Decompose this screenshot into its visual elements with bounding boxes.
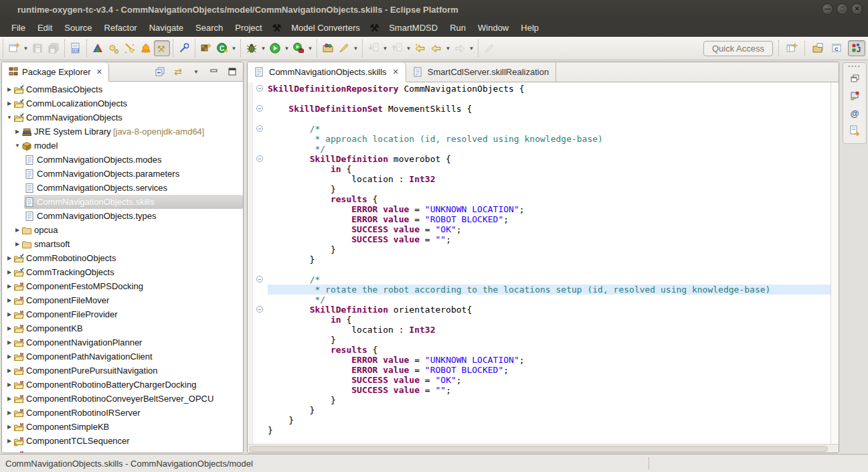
collapsed-arrow-icon[interactable]: ▶ (5, 269, 13, 275)
tree-item-commrobotinoobjects[interactable]: ▶CommRobotinoObjects (2, 251, 243, 265)
menu-refactor[interactable]: Refactor (98, 20, 143, 35)
collapsed-arrow-icon[interactable]: ▶ (13, 241, 21, 247)
tree-item-componentrobotinoirserver[interactable]: ▶MComponentRobotinoIRServer (2, 406, 243, 420)
build-tools-button[interactable]: ⚒ (154, 40, 170, 56)
menu-run[interactable]: Run (444, 20, 472, 35)
open-perspective-button[interactable] (783, 40, 800, 56)
collapsed-arrow-icon[interactable]: ▶ (13, 129, 21, 135)
tree-item-opcua[interactable]: ▶opcua (2, 223, 243, 237)
code-line[interactable]: in { (248, 315, 831, 325)
collapsed-arrow-icon[interactable]: ▶ (5, 297, 13, 303)
tree-item-partial[interactable]: ▶M (2, 448, 243, 453)
tab-commnavigationobjects-skills[interactable]: CommNavigationObjects.skills ✕ (248, 62, 406, 82)
collapsed-arrow-icon[interactable]: ▶ (5, 424, 13, 430)
code-line[interactable]: * approach location (id, resolved using … (248, 134, 831, 144)
code-line[interactable]: ERROR value = "UNKNOWN LOCATION"; (248, 355, 831, 365)
tree-item-componentsimplekb[interactable]: ▶MComponentSimpleKB (2, 420, 243, 434)
tree-item-componentpathnavigationclient[interactable]: ▶MComponentPathNavigationClient (2, 349, 243, 364)
collapsed-arrow-icon[interactable]: ▶ (5, 283, 13, 289)
code-line[interactable]: /* (248, 124, 831, 134)
code-line[interactable]: ERROR value = "ROBOT BLOCKED"; (248, 365, 831, 375)
code-line[interactable]: } (248, 244, 831, 254)
code-line[interactable]: } (248, 254, 831, 264)
run-play-dropdown-icon[interactable]: ▼ (283, 40, 290, 56)
menu-navigate[interactable]: Navigate (143, 20, 189, 35)
new-wizard-dropdown-icon[interactable]: ▼ (22, 40, 29, 56)
code-line[interactable]: } (248, 335, 831, 345)
expanded-arrow-icon[interactable]: ▼ (5, 114, 13, 121)
prism-button[interactable] (90, 40, 106, 56)
overview-ruler[interactable] (831, 82, 839, 444)
code-line[interactable]: location : Int32 (248, 325, 831, 335)
minimize-window-icon[interactable]: — (822, 3, 833, 15)
debug-bug-button[interactable] (244, 40, 260, 56)
menu-search[interactable]: Search (189, 20, 229, 35)
external-tools-button[interactable] (290, 40, 307, 56)
code-line[interactable]: } (248, 415, 831, 425)
view-menu-icon[interactable]: ▼ (189, 65, 203, 78)
collapse-fold-icon[interactable] (256, 155, 263, 162)
menu-project[interactable]: Project (229, 20, 268, 35)
code-line[interactable]: SUCCESS value = ""; (248, 385, 831, 395)
menu-file[interactable]: File (5, 20, 31, 35)
code-line[interactable]: SUCCESS value = "OK"; (248, 224, 831, 234)
tree-item-componentfilemover[interactable]: ▶MComponentFileMover (2, 293, 243, 307)
menu-model-converters[interactable]: Model Converters (285, 20, 366, 35)
collapsed-arrow-icon[interactable]: ▶ (5, 353, 13, 360)
code-line[interactable]: } (248, 395, 831, 405)
tree-item-commnavigationobjects-parameters[interactable]: CommNavigationObjects.parameters (2, 167, 243, 181)
tree-item-commnavigationobjects-modes[interactable]: CommNavigationObjects.modes (2, 153, 243, 167)
debug-bug-dropdown-icon[interactable]: ▼ (260, 40, 267, 56)
drag-handle-icon[interactable]: •••• (848, 64, 861, 70)
link-with-editor-icon[interactable]: ⇄ (171, 65, 185, 78)
tab-package-explorer[interactable]: Package Explorer ✕ (2, 62, 109, 82)
restore-views-icon[interactable] (845, 70, 864, 87)
tree-item-jre-system-library[interactable]: ▶JRE System Library [java-8-openjdk-amd6… (2, 125, 243, 139)
modeling-perspective-button[interactable]: C (829, 40, 846, 56)
expanded-arrow-icon[interactable]: ▼ (13, 143, 21, 149)
tree-item-commbasicobjects[interactable]: ▶CommBasicObjects (2, 82, 243, 96)
last-edit-location-button[interactable] (412, 40, 428, 56)
tree-item-commnavigationobjects-services[interactable]: CommNavigationObjects.services (2, 181, 243, 195)
code-line[interactable]: ERROR value = "UNKNOWN LOCATION"; (248, 204, 831, 214)
code-line[interactable]: SUCCESS value = ""; (248, 234, 831, 244)
java-perspective-button[interactable]: J (848, 40, 865, 56)
collapse-fold-icon[interactable] (256, 105, 263, 112)
tree-item-componentfileprovider[interactable]: ▶MComponentFileProvider (2, 307, 243, 321)
previous-annotation-dropdown-icon[interactable]: ▼ (405, 40, 412, 56)
scrollbar-thumb[interactable] (249, 446, 828, 452)
close-view-icon[interactable]: ✕ (96, 68, 102, 76)
tree-item-commlocalizationobjects[interactable]: ▶CommLocalizationObjects (2, 96, 243, 110)
declaration-icon[interactable] (845, 122, 864, 139)
code-line[interactable]: results { (248, 345, 831, 355)
collapsed-arrow-icon[interactable]: ▶ (5, 438, 13, 444)
code-line[interactable]: } (248, 184, 831, 194)
next-annotation-dropdown-icon[interactable]: ▼ (381, 40, 389, 56)
tree-item-commnavigationobjects[interactable]: ▼CommNavigationObjects (2, 110, 243, 125)
code-line[interactable]: SkillDefinitionSet MovementSkills { (248, 104, 831, 114)
collapsed-arrow-icon[interactable]: ▶ (5, 396, 13, 402)
code-line[interactable]: results { (248, 194, 831, 204)
pin-button[interactable] (176, 40, 192, 56)
collapsed-arrow-icon[interactable]: ▶ (5, 368, 13, 374)
tree-item-componentrobotinobatterychargerdocking[interactable]: ▶MComponentRobotinoBatteryChargerDocking (2, 378, 243, 392)
maximize-view-icon[interactable] (226, 65, 239, 78)
minimize-view-icon[interactable] (207, 65, 221, 78)
back-history-button[interactable] (428, 40, 444, 56)
code-line[interactable]: SkillDefinitionRepository CommNavigation… (248, 84, 831, 94)
code-line[interactable]: */ (248, 144, 831, 154)
code-line[interactable] (248, 264, 831, 274)
collapse-fold-icon[interactable] (256, 276, 263, 283)
code-line[interactable]: } (248, 405, 831, 415)
collapse-fold-icon[interactable] (256, 85, 263, 92)
collapsed-arrow-icon[interactable]: ▶ (5, 255, 13, 261)
horizontal-scrollbar[interactable] (248, 444, 839, 453)
collapsed-arrow-icon[interactable]: ▶ (5, 86, 13, 92)
tree-item-componenttclsequencer[interactable]: ▶M!ComponentTCLSequencer (2, 434, 243, 448)
code-line[interactable]: * rotate the robot according to the loca… (248, 285, 831, 295)
quick-access-box[interactable]: Quick Access (703, 41, 773, 56)
open-task-folder-button[interactable] (320, 40, 336, 56)
menu-edit[interactable]: Edit (31, 20, 58, 35)
highlight-pen-dropdown-icon[interactable]: ▼ (352, 40, 359, 56)
collapsed-arrow-icon[interactable]: ▶ (5, 100, 13, 106)
